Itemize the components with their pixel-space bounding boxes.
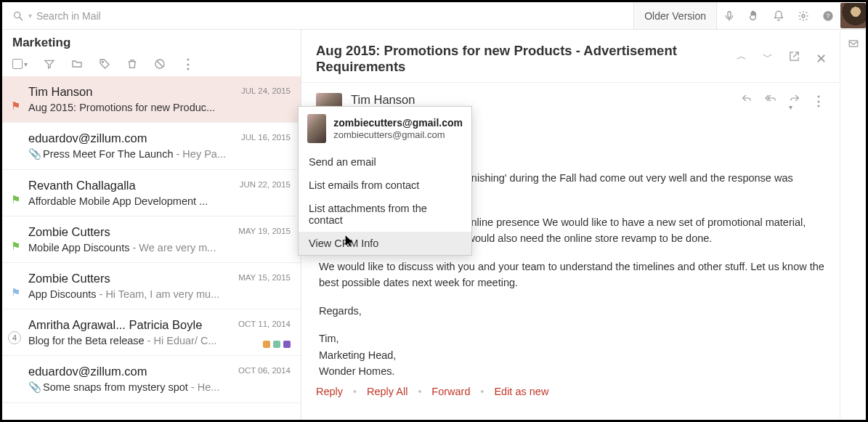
list-snippet: - Hey Pa... [173,148,226,160]
tag-chip [263,341,270,348]
email-list-item[interactable]: eduardov@zillum.comJUL 16, 2015📎Press Me… [2,123,301,170]
flag-icon[interactable]: ⚑ [11,286,20,299]
help-icon[interactable]: ? [816,2,840,30]
svg-line-9 [157,61,163,67]
sig-line: Wonder Homes. [319,365,395,377]
trash-icon[interactable] [126,58,138,70]
filter-icon[interactable] [44,58,55,70]
folder-icon[interactable] [71,58,83,70]
body-signature: Tim, Marketing Head, Wonder Homes. [319,330,825,379]
list-head: Marketing ▾ ⋮ [2,30,301,76]
context-email-primary: zombiecutters@gmail.com [333,117,463,129]
list-date: OCT 11, 2014 [238,320,291,328]
list-subject: Affordable Mobile App Development ... [28,195,291,207]
gear-icon[interactable] [791,2,816,30]
more-icon[interactable]: ⋮ [182,56,195,72]
forward-link[interactable]: Forward [431,386,470,397]
context-list-emails[interactable]: List emails from contact [299,174,471,197]
list-snippet: - He... [188,381,220,393]
list-snippet: - Hi Team, I am very mu... [97,288,220,300]
email-list-item[interactable]: eduardov@zillum.comOCT 06, 2014📎Some sna… [2,356,301,403]
list-date: MAY 15, 2015 [238,273,291,282]
context-view-crm-label: View CRM Info [309,238,378,249]
attachment-icon: 📎 [28,381,41,393]
svg-rect-2 [728,12,731,17]
next-message-icon[interactable]: ﹀ [763,51,773,67]
open-external-icon[interactable] [789,51,800,67]
list-snippet: - Hi Eduar/ C... [145,335,217,346]
search-caret-icon[interactable]: ▾ [28,12,32,20]
sig-line: Marketing Head, [319,349,396,361]
reply-link[interactable]: Reply [316,386,343,397]
search-input[interactable] [36,6,269,26]
context-menu-header: zombiecutters@gmail.com zombiecutters@gm… [299,107,471,150]
forward-icon[interactable]: ▾ [789,93,800,115]
sig-line: Tim, [319,333,339,344]
topbar-tools: Older Version ? [633,2,866,29]
hand-icon[interactable] [742,2,766,30]
top-bar: ▾ Older Version ? [2,2,866,30]
close-icon[interactable]: ✕ [816,51,827,67]
folder-title: Marketing [12,36,291,50]
context-email-secondary: zombiecutters@gmail.com [333,129,445,140]
attachment-icon: 📎 [28,148,41,160]
tag-chip [273,341,280,348]
mic-icon[interactable] [717,2,742,30]
spam-icon[interactable] [154,58,166,70]
side-rail [840,30,866,420]
list-subject: Aug 2015: Promotions for new Produc... [28,102,291,113]
list-snippet: - We are very m... [129,242,216,253]
list-toolbar: ▾ ⋮ [12,56,291,72]
edit-as-new-link[interactable]: Edit as new [494,386,548,397]
flag-icon[interactable]: ⚑ [11,100,20,113]
svg-point-0 [15,12,20,17]
list-subject: 📎Press Meet For The Launch - Hey Pa... [28,148,291,161]
list-date: JUN 22, 2015 [240,180,291,189]
context-view-crm[interactable]: View CRM Info [299,232,471,255]
more-actions-icon[interactable]: ⋮ [812,93,825,115]
context-list-attachments[interactable]: List attachments from the contact [299,197,471,232]
email-list: ⚑Tim HansonJUL 24, 2015Aug 2015: Promoti… [2,76,301,420]
tag-icon[interactable] [99,58,110,70]
svg-line-1 [20,17,23,20]
reply-all-link[interactable]: Reply All [367,386,407,397]
email-subject-title: Aug 2015: Promotions for new Products - … [316,43,737,75]
message-actions: ▾ ⋮ [741,93,825,115]
email-list-pane: Marketing ▾ ⋮ ⚑Tim HansonJUL 24, 2015Aug… [2,30,301,420]
list-subject: Mobile App Discounts - We are very m... [28,242,291,253]
search-wrap: ▾ [12,6,633,26]
email-list-item[interactable]: ⚑Revanth ChallagallaJUN 22, 2015Affordab… [2,170,301,216]
reply-icon[interactable] [741,93,753,115]
email-list-item[interactable]: ⚑Zombie CuttersMAY 19, 2015Mobile App Di… [2,216,301,263]
tag-chip [283,341,291,348]
reading-header: Aug 2015: Promotions for new Products - … [301,30,840,83]
email-list-item[interactable]: 4Amritha Agrawal... Patricia BoyleOCT 11… [2,309,301,356]
context-send-email[interactable]: Send an email [299,150,471,174]
flag-icon[interactable]: ⚑ [11,240,20,253]
reading-header-actions: ︿ ﹀ ✕ [737,51,827,67]
list-subject: 📎Some snaps from mystery spot - He... [28,381,291,394]
email-list-item[interactable]: ⚑Zombie CuttersMAY 15, 2015App Discounts… [2,263,301,309]
list-tags [263,341,291,348]
list-date: JUL 16, 2015 [241,133,291,142]
search-icon[interactable] [12,10,24,22]
body-regards: Regards, [319,303,825,319]
sender-name: Tim Hanson [351,93,415,107]
bell-icon[interactable] [766,2,791,30]
email-list-item[interactable]: ⚑Tim HansonJUL 24, 2015Aug 2015: Promoti… [2,76,301,123]
flag-icon[interactable]: ⚑ [11,193,20,206]
svg-text:?: ? [827,12,830,20]
envelope-icon[interactable] [847,38,860,49]
older-version-button[interactable]: Older Version [633,2,717,29]
svg-point-4 [802,15,805,17]
prev-message-icon[interactable]: ︿ [737,50,747,66]
svg-point-7 [102,61,103,62]
reply-all-icon[interactable] [764,93,777,115]
contact-context-menu: zombiecutters@gmail.com zombiecutters@gm… [298,106,472,256]
select-all-checkbox[interactable]: ▾ [12,59,28,69]
list-date: MAY 19, 2015 [238,227,291,235]
list-subject: Blog for the Beta release - Hi Eduar/ C.… [28,335,291,346]
body-line: We would like to discuss with you and yo… [319,259,825,291]
avatar[interactable] [840,3,866,28]
message-action-row: Reply • Reply All • Forward • Edit as ne… [316,386,825,397]
